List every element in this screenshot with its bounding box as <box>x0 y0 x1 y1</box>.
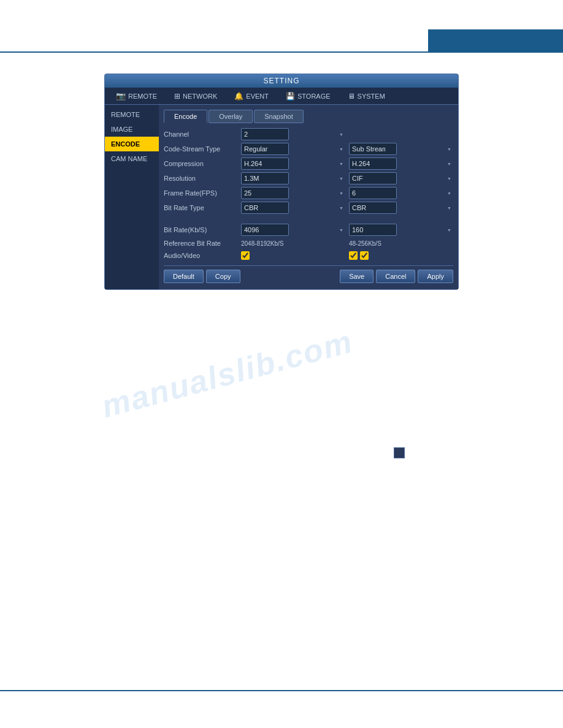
save-button[interactable]: Save <box>340 270 373 283</box>
compression-select[interactable]: H.264 H.265 MJPEG <box>241 157 289 170</box>
nav-tabs: 📷 REMOTE ⊞ NETWORK 🔔 EVENT 💾 STORAGE 🖥 S… <box>105 88 458 105</box>
cancel-button[interactable]: Cancel <box>376 270 415 283</box>
resolution-select[interactable]: 1.3M 1080P 720P D1 <box>241 172 289 184</box>
bit-rate-type-sub-select[interactable]: CBR VBR <box>349 202 397 214</box>
resolution-label: Resolution <box>164 173 237 183</box>
spacer2 <box>241 216 345 221</box>
sub-tab-snapshot[interactable]: Snapshot <box>254 110 303 123</box>
audio-video-sub-checkbox1[interactable] <box>349 251 358 260</box>
copy-button[interactable]: Copy <box>206 270 240 283</box>
settings-dialog: SETTING 📷 REMOTE ⊞ NETWORK 🔔 EVENT 💾 STO… <box>104 74 459 290</box>
audio-video-checkbox[interactable] <box>241 251 250 260</box>
nav-tab-network[interactable]: ⊞ NETWORK <box>166 88 226 104</box>
audio-video-label: Audio/Video <box>164 251 237 260</box>
code-stream-label: Code-Stream Type <box>164 144 237 154</box>
bit-rate-sub-select[interactable]: 160 128 64 <box>349 224 397 236</box>
bit-rate-type-sub-select-wrap: CBR VBR <box>349 202 453 214</box>
audio-video-sub-checkbox-cell <box>349 251 453 260</box>
code-stream-sub-select-wrap: Sub Stream1 Sub Stream2 <box>349 143 453 155</box>
code-stream-sub-select[interactable]: Sub Stream1 Sub Stream2 <box>349 143 397 155</box>
small-icon-box <box>394 447 405 458</box>
code-stream-select[interactable]: Regular Motion Alarm <box>241 143 289 155</box>
code-stream-select-wrap: Regular Motion Alarm <box>241 143 345 155</box>
frame-rate-select-wrap: 25 15 10 5 <box>241 187 345 199</box>
bit-rate-type-label: Bit Rate Type <box>164 203 237 213</box>
audio-video-sub-checkbox2[interactable] <box>360 251 369 260</box>
sidebar: REMOTE IMAGE ENCODE CAM NAME <box>105 105 159 289</box>
left-buttons: Default Copy <box>164 270 240 283</box>
resolution-select-wrap: 1.3M 1080P 720P D1 <box>241 172 345 184</box>
storage-icon: 💾 <box>286 92 295 100</box>
apply-button[interactable]: Apply <box>418 270 453 283</box>
sidebar-item-encode[interactable]: ENCODE <box>105 137 159 151</box>
resolution-sub-select[interactable]: CIF D1 720P <box>349 172 397 184</box>
nav-tab-remote[interactable]: 📷 REMOTE <box>107 88 166 104</box>
nav-tab-event-label: EVENT <box>246 93 269 100</box>
bit-rate-label: Bit Rate(Kb/S) <box>164 225 237 235</box>
bottom-rule <box>0 690 563 691</box>
channel-select[interactable]: 2 1 3 4 <box>241 128 289 140</box>
top-blue-bar <box>428 29 563 51</box>
nav-tab-network-label: NETWORK <box>183 93 217 100</box>
sidebar-item-cam-name[interactable]: CAM NAME <box>105 151 159 166</box>
nav-tab-event[interactable]: 🔔 EVENT <box>226 88 277 104</box>
camera-icon: 📷 <box>116 91 126 100</box>
spacer3 <box>349 216 453 221</box>
bit-rate-select[interactable]: 4096 2048 1024 512 <box>241 224 289 236</box>
watermark: manualslib.com <box>98 323 356 425</box>
ref-bit-rate-value: 2048-8192Kb/S <box>241 240 345 247</box>
system-icon: 🖥 <box>348 92 355 100</box>
top-rule <box>0 51 563 53</box>
frame-rate-sub-select-wrap: 6 5 10 <box>349 187 453 199</box>
frame-rate-label: Frame Rate(FPS) <box>164 188 237 198</box>
dialog-body: REMOTE IMAGE ENCODE CAM NAME Encode Over… <box>105 105 458 289</box>
frame-rate-sub-select[interactable]: 6 5 10 <box>349 187 397 199</box>
compression-sub-select-wrap: H.264 H.265 <box>349 157 453 170</box>
nav-tab-remote-label: REMOTE <box>128 93 157 100</box>
network-icon: ⊞ <box>174 92 180 100</box>
ref-bit-rate-sub-value: 48-256Kb/S <box>349 240 453 247</box>
sub-tabs: Encode Overlay Snapshot <box>164 110 453 123</box>
dialog-title: SETTING <box>105 74 458 88</box>
compression-sub-select[interactable]: H.264 H.265 <box>349 157 397 170</box>
button-bar: Default Copy Save Cancel Apply <box>164 265 453 284</box>
channel-select-wrap: 2 1 3 4 <box>241 128 345 140</box>
sub-tab-encode[interactable]: Encode <box>164 110 207 123</box>
audio-video-checkbox-cell <box>241 251 345 260</box>
nav-tab-storage[interactable]: 💾 STORAGE <box>277 88 339 104</box>
sidebar-item-remote[interactable]: REMOTE <box>105 107 159 122</box>
encode-form: Channel 2 1 3 4 Code-Stream Type Regular <box>164 128 453 260</box>
bit-rate-sub-select-wrap: 160 128 64 <box>349 224 453 236</box>
sub-tab-overlay[interactable]: Overlay <box>209 110 253 123</box>
resolution-sub-select-wrap: CIF D1 720P <box>349 172 453 184</box>
event-icon: 🔔 <box>234 92 243 100</box>
content-area: Encode Overlay Snapshot Channel 2 1 3 4 <box>159 105 458 289</box>
right-buttons: Save Cancel Apply <box>340 270 453 283</box>
spacer <box>164 216 237 221</box>
frame-rate-select[interactable]: 25 15 10 5 <box>241 187 289 199</box>
bit-rate-select-wrap: 4096 2048 1024 512 <box>241 224 345 236</box>
nav-tab-system[interactable]: 🖥 SYSTEM <box>339 88 394 104</box>
bit-rate-type-select-wrap: CBR VBR <box>241 202 345 214</box>
ref-bit-rate-label: Reference Bit Rate <box>164 238 237 248</box>
nav-tab-storage-label: STORAGE <box>297 93 331 100</box>
compression-label: Compression <box>164 159 237 169</box>
default-button[interactable]: Default <box>164 270 204 283</box>
channel-label: Channel <box>164 129 237 139</box>
nav-tab-system-label: SYSTEM <box>358 93 385 100</box>
compression-select-wrap: H.264 H.265 MJPEG <box>241 157 345 170</box>
sidebar-item-image[interactable]: IMAGE <box>105 122 159 137</box>
bit-rate-type-select[interactable]: CBR VBR <box>241 202 289 214</box>
